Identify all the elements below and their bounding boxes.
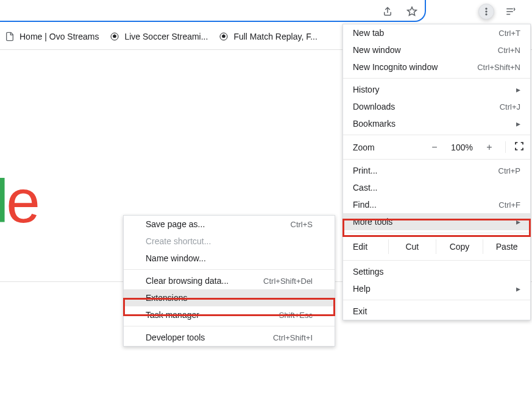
menu-label: History [353,85,380,94]
menu-label: Bookmarks [353,119,395,129]
edit-copy-button[interactable]: Copy [436,239,483,254]
submenu-arrow-icon: ▸ [516,217,520,227]
menu-label: Create shortcut... [146,236,211,246]
zoom-out-button[interactable]: − [426,142,443,153]
sub-clear-data[interactable]: Clear browsing data... Ctrl+Shift+Del [124,272,335,289]
menu-label: New tab [353,28,384,38]
menu-shortcut: Ctrl+Shift+N [477,63,520,72]
soccer-favicon-icon [219,32,229,41]
menu-label: Edit [353,242,388,252]
menu-new-window[interactable]: New window Ctrl+N [343,41,530,58]
svg-point-1 [486,11,488,13]
chrome-main-menu: New tab Ctrl+T New window Ctrl+N New Inc… [342,24,531,320]
menu-label: Name window... [146,253,206,263]
menu-label: Save page as... [146,219,205,229]
kebab-menu-icon[interactable] [478,4,494,19]
menu-shortcut: Ctrl+N [498,46,520,55]
menu-label: Downloads [353,102,395,111]
svg-point-2 [486,13,488,15]
menu-shortcut: Ctrl+Shift+Del [263,277,313,286]
menu-shortcut: Ctrl+P [498,166,520,175]
bookmark-label: Live Soccer Streami... [124,32,208,41]
zoom-value: 100% [448,143,476,152]
bookmark-item[interactable]: Home | Ovo Streams [5,32,99,41]
omnibox-right-icons [380,4,420,19]
menu-exit[interactable]: Exit [343,303,530,320]
fullscreen-icon[interactable] [505,141,524,153]
menu-label: More tools [353,217,392,227]
omnibox[interactable] [0,0,426,22]
edit-cut-button[interactable]: Cut [388,239,436,254]
sub-name-window[interactable]: Name window... [124,250,335,267]
submenu-arrow-icon: ▸ [516,85,520,94]
submenu-arrow-icon: ▸ [516,119,520,129]
menu-cast[interactable]: Cast... [343,179,530,196]
more-tools-submenu: Save page as... Ctrl+S Create shortcut..… [123,215,335,347]
menu-shortcut: Ctrl+T [498,29,520,38]
menu-new-tab[interactable]: New tab Ctrl+T [343,24,530,41]
page-favicon-icon [5,32,15,41]
menu-zoom-row: Zoom − 100% + [343,138,530,157]
menu-more-tools[interactable]: More tools ▸ [343,213,530,230]
toolbar-icons [478,4,519,19]
address-bar-area [0,0,532,23]
bookmark-item[interactable]: Live Soccer Streami... [110,32,208,41]
menu-bookmarks[interactable]: Bookmarks ▸ [343,115,530,132]
menu-settings[interactable]: Settings [343,263,530,280]
svg-point-0 [486,8,488,10]
sub-dev-tools[interactable]: Developer tools Ctrl+Shift+I [124,329,335,346]
menu-edit-row: Edit Cut Copy Paste [343,236,530,258]
menu-label: Task manager [146,310,199,320]
sub-save-page[interactable]: Save page as... Ctrl+S [124,216,335,233]
menu-label: Help [353,284,371,294]
menu-label: Developer tools [146,333,205,342]
menu-label: Extensions [146,293,187,303]
google-logo-fragment: le [0,171,38,231]
menu-label: New Incognito window [353,62,438,72]
menu-shortcut: Shift+Esc [279,311,313,320]
menu-find[interactable]: Find... Ctrl+F [343,196,530,213]
zoom-in-button[interactable]: + [481,142,498,153]
menu-label: Clear browsing data... [146,276,229,286]
bookmark-label: Home | Ovo Streams [20,32,99,41]
menu-label: New window [353,45,401,55]
bookmark-item[interactable]: Full Match Replay, F... [219,32,317,41]
menu-shortcut: Ctrl+S [291,220,313,229]
menu-label: Zoom [353,143,421,152]
menu-label: Find... [353,200,377,210]
sub-task-manager[interactable]: Task manager Shift+Esc [124,306,335,323]
reading-list-icon[interactable] [503,4,519,19]
menu-label: Exit [353,306,367,316]
sub-extensions[interactable]: Extensions [124,289,335,306]
menu-label: Cast... [353,183,377,192]
edit-paste-button[interactable]: Paste [483,239,530,254]
menu-history[interactable]: History ▸ [343,81,530,98]
svg-marker-4 [113,34,116,37]
sub-create-shortcut[interactable]: Create shortcut... [124,233,335,250]
menu-print[interactable]: Print... Ctrl+P [343,162,530,179]
menu-downloads[interactable]: Downloads Ctrl+J [343,98,530,115]
menu-label: Print... [353,166,377,175]
star-icon[interactable] [404,4,420,19]
soccer-favicon-icon [110,32,119,41]
menu-shortcut: Ctrl+J [500,102,520,111]
menu-label: Settings [353,267,384,277]
menu-new-incognito[interactable]: New Incognito window Ctrl+Shift+N [343,58,530,76]
menu-help[interactable]: Help ▸ [343,280,530,297]
submenu-arrow-icon: ▸ [516,284,520,294]
share-icon[interactable] [380,4,395,19]
svg-marker-6 [222,34,225,37]
menu-shortcut: Ctrl+Shift+I [273,333,313,342]
bookmark-label: Full Match Replay, F... [233,32,317,41]
menu-shortcut: Ctrl+F [498,200,520,210]
